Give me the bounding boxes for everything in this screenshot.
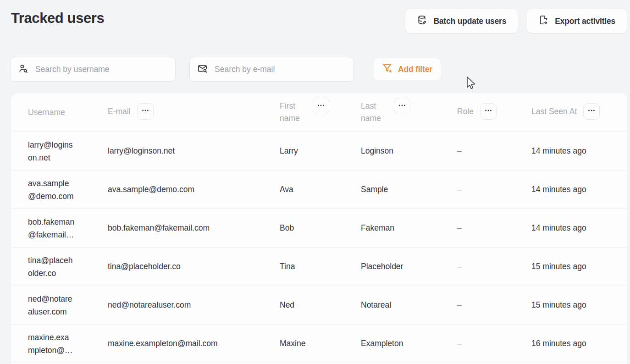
top-actions: Batch update users Export activities [405,9,627,33]
add-filter-button[interactable]: Add filter [374,58,441,80]
last-name-cell: Fakeman [361,209,457,247]
table-row[interactable]: ned@notarealuser.com ned@notarealuser.co… [11,286,627,324]
column-label: Username [28,106,65,119]
username-search-box[interactable] [10,57,176,82]
mail-search-icon [197,63,208,76]
table-header-row: Username E-mail First name [11,93,627,132]
first-name-column-menu-button[interactable] [313,98,329,114]
email-column-menu-button[interactable] [137,103,154,120]
email-cell: maxine.exampleton@mail.com [108,325,280,363]
last-seen-cell: 14 minutes ago [531,132,627,170]
username-cell: tina@placeholder.co [28,248,108,286]
first-name-cell: Tina [280,248,361,286]
batch-update-users-label: Batch update users [433,17,506,26]
tracked-users-table: Username E-mail First name [11,93,627,364]
role-cell: – [457,209,531,247]
table-row[interactable]: ava.sample@demo.com ava.sample@demo.com … [11,170,627,209]
table-row[interactable]: maxine.exampleton@mail.com maxine.exampl… [11,324,627,363]
role-cell: – [457,286,531,324]
username-cell: ned@notarealuser.com [28,286,108,324]
last-name-cell: Loginson [361,132,457,170]
last-name-cell: Placeholder [361,248,457,286]
table-row[interactable]: larry@loginson.net larry@loginson.net La… [11,132,627,170]
email-cell: tina@placeholder.co [108,248,280,286]
ellipsis-icon [316,101,326,111]
table-row[interactable]: tina@placeholder.co tina@placeholder.co … [11,247,627,286]
email-search-input[interactable] [215,65,346,74]
last-seen-cell: 14 minutes ago [531,171,627,209]
first-name-cell: Maxine [280,325,361,363]
role-column-menu-button[interactable] [480,103,497,120]
role-cell: – [457,325,531,363]
last-seen-cell: 16 minutes ago [531,325,627,363]
add-filter-label: Add filter [398,65,432,74]
username-cell: bob.fakeman@fakemail.com [28,209,108,247]
username-cell: maxine.exampleton@mail.com [28,325,108,363]
batch-update-users-button[interactable]: Batch update users [405,9,518,33]
column-header-first-name: First name [280,93,361,132]
last-name-column-menu-button[interactable] [394,98,410,114]
column-label: Last name [361,100,387,125]
last-name-cell: Exampleton [361,325,457,363]
column-header-last-seen-at: Last Seen At [531,93,627,132]
file-export-icon [538,15,549,28]
column-header-role: Role [457,93,531,132]
username-search-input[interactable] [35,65,168,74]
column-header-username: Username [28,93,108,132]
table-row[interactable]: bob.fakeman@fakemail.com bob.fakeman@fak… [11,209,627,247]
email-cell: ned@notarealuser.com [108,286,280,324]
role-cell: – [457,132,531,170]
page-title: Tracked users [11,10,104,27]
column-label: First name [280,100,306,125]
first-name-cell: Ned [280,286,361,324]
first-name-cell: Larry [280,132,361,170]
column-header-last-name: Last name [361,93,457,132]
column-label: E-mail [108,105,131,118]
ellipsis-icon [398,101,407,111]
username-cell: larry@loginson.net [28,132,108,170]
email-search-box[interactable] [189,57,354,82]
role-cell: – [457,171,531,209]
column-label: Last Seen At [531,105,577,118]
email-cell: larry@loginson.net [108,132,280,170]
role-cell: – [457,248,531,286]
column-label: Role [457,105,474,118]
filter-bar: Add filter [10,57,441,82]
last-seen-column-menu-button[interactable] [583,103,600,120]
first-name-cell: Bob [280,209,361,247]
last-seen-cell: 14 minutes ago [531,209,627,247]
last-seen-cell: 15 minutes ago [531,248,627,286]
username-cell: ava.sample@demo.com [28,171,108,209]
database-edit-icon [417,15,427,28]
last-name-cell: Sample [361,171,457,209]
ellipsis-icon [141,106,150,116]
mouse-cursor [464,76,475,94]
export-activities-label: Export activities [555,17,615,26]
last-seen-cell: 15 minutes ago [531,286,627,324]
ellipsis-icon [587,106,596,116]
ellipsis-icon [484,106,493,116]
export-activities-button[interactable]: Export activities [527,9,627,33]
column-header-email: E-mail [108,93,280,132]
first-name-cell: Ava [280,171,361,209]
filter-plus-icon [382,63,392,76]
last-name-cell: Notareal [361,286,457,324]
email-cell: ava.sample@demo.com [108,171,280,209]
user-search-icon [18,63,28,76]
email-cell: bob.fakeman@fakemail.com [108,209,280,247]
